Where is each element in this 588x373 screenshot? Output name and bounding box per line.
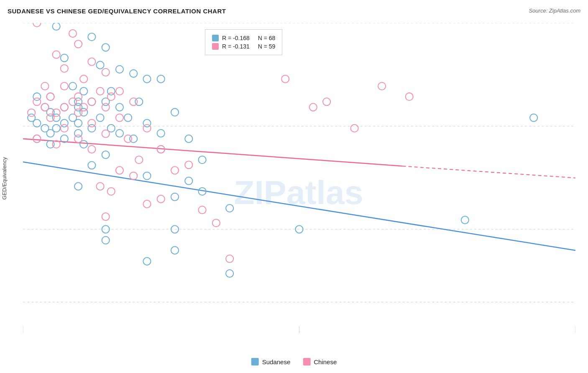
chinese-color-square — [303, 358, 310, 365]
svg-point-88 — [96, 87, 104, 95]
svg-point-49 — [157, 130, 165, 137]
svg-point-77 — [530, 114, 537, 121]
svg-point-90 — [46, 93, 54, 100]
legend-chinese-square — [212, 43, 219, 50]
svg-point-93 — [33, 98, 41, 105]
svg-point-124 — [143, 200, 151, 208]
svg-point-13 — [102, 43, 110, 51]
svg-point-33 — [171, 108, 179, 116]
svg-point-106 — [88, 120, 95, 127]
legend-chinese-n: N = 59 — [258, 43, 276, 50]
sudanese-color-square — [251, 358, 259, 365]
svg-point-101 — [28, 109, 35, 116]
svg-point-67 — [171, 193, 179, 201]
svg-point-50 — [46, 130, 54, 137]
svg-point-76 — [461, 216, 469, 224]
svg-point-92 — [107, 93, 115, 100]
sudanese-label: Sudanese — [262, 358, 291, 365]
svg-point-107 — [143, 125, 151, 132]
svg-point-52 — [116, 130, 123, 137]
legend-sudanese-n: N = 68 — [258, 35, 276, 41]
svg-point-105 — [46, 114, 54, 121]
svg-point-122 — [107, 188, 115, 195]
legend-sudanese-row: R = -0.168 N = 68 — [212, 35, 275, 41]
svg-point-78 — [33, 23, 41, 27]
chinese-label: Chinese — [314, 358, 337, 365]
svg-point-86 — [41, 82, 49, 90]
svg-point-96 — [130, 98, 137, 105]
svg-point-81 — [53, 51, 60, 58]
svg-point-115 — [88, 146, 95, 153]
svg-point-16 — [116, 66, 123, 73]
svg-point-12 — [88, 33, 95, 41]
svg-point-117 — [185, 161, 192, 169]
svg-point-110 — [33, 135, 41, 143]
svg-point-17 — [130, 70, 137, 77]
svg-point-40 — [124, 114, 132, 121]
svg-point-18 — [143, 75, 151, 83]
svg-point-98 — [61, 103, 68, 111]
legend-sudanese-square — [212, 35, 219, 41]
svg-point-71 — [102, 236, 110, 244]
svg-point-15 — [96, 61, 104, 69]
svg-point-111 — [74, 135, 82, 143]
bottom-legend-sudanese: Sudanese — [251, 358, 291, 365]
svg-point-82 — [88, 58, 95, 66]
svg-point-41 — [33, 120, 41, 127]
svg-point-97 — [41, 103, 49, 111]
svg-point-130 — [323, 98, 330, 105]
svg-point-72 — [171, 247, 179, 254]
svg-point-84 — [102, 69, 110, 76]
svg-point-134 — [351, 125, 358, 132]
svg-point-112 — [124, 135, 132, 143]
svg-point-95 — [88, 98, 95, 105]
svg-point-68 — [226, 204, 233, 212]
legend-box: R = -0.168 N = 68 R = -0.131 N = 59 — [205, 29, 282, 55]
svg-point-60 — [102, 151, 110, 158]
svg-point-11 — [53, 23, 60, 30]
legend-chinese-row: R = -0.131 N = 59 — [212, 43, 275, 50]
svg-point-108 — [61, 125, 68, 132]
svg-point-132 — [406, 93, 413, 100]
legend-sudanese-r: R = -0.168 — [222, 35, 250, 41]
svg-point-109 — [102, 130, 110, 138]
svg-point-126 — [102, 213, 110, 220]
svg-point-127 — [212, 219, 220, 227]
svg-point-79 — [69, 30, 77, 37]
svg-point-62 — [88, 161, 95, 169]
svg-point-32 — [116, 103, 123, 111]
svg-point-100 — [102, 103, 110, 111]
svg-line-10 — [403, 166, 575, 178]
svg-point-123 — [157, 195, 165, 203]
svg-point-128 — [226, 255, 233, 263]
svg-point-85 — [80, 75, 87, 83]
svg-point-104 — [116, 114, 123, 121]
svg-point-120 — [130, 172, 137, 179]
y-axis-label: GED/Equivalency — [0, 23, 9, 333]
chart-svg: ZIPatlas — [23, 23, 575, 333]
chart-title: SUDANESE VS CHINESE GED/EQUIVALENCY CORR… — [8, 8, 226, 15]
svg-point-20 — [69, 82, 77, 90]
bottom-legend-chinese: Chinese — [303, 358, 337, 365]
svg-point-73 — [143, 258, 151, 265]
svg-point-65 — [74, 183, 82, 190]
svg-point-19 — [157, 75, 165, 83]
svg-point-64 — [185, 177, 192, 184]
svg-point-80 — [74, 40, 82, 48]
svg-point-119 — [171, 166, 179, 174]
svg-point-116 — [135, 156, 143, 164]
svg-point-83 — [61, 65, 68, 72]
svg-point-61 — [198, 156, 206, 164]
svg-point-87 — [61, 82, 68, 90]
svg-point-53 — [185, 135, 192, 143]
svg-point-94 — [69, 98, 77, 105]
svg-point-74 — [226, 270, 233, 277]
svg-point-133 — [309, 103, 317, 111]
svg-point-39 — [96, 114, 104, 121]
svg-point-121 — [96, 183, 104, 190]
svg-point-125 — [198, 206, 206, 214]
svg-point-63 — [143, 172, 151, 179]
svg-point-129 — [281, 75, 289, 83]
source-label: Source: ZipAtlas.com — [529, 8, 580, 14]
svg-point-131 — [378, 82, 386, 90]
